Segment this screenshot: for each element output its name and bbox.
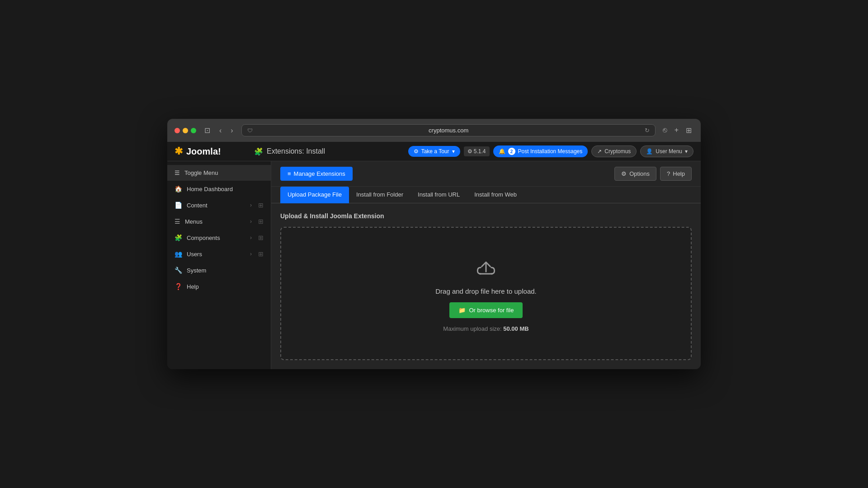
options-label: Options [629, 170, 650, 177]
sidebar-item-help[interactable]: ❓ Help [167, 278, 271, 295]
sidebar: ☰ Toggle Menu 🏠 Home Dashboard 📄 Content… [167, 161, 271, 369]
share-icon[interactable]: ⎋ [661, 124, 669, 136]
notification-count: 2 [508, 148, 515, 155]
users-grid-icon: ⊞ [258, 250, 264, 258]
topbar: ✱ Joomla! 🧩 Extensions: Install ⚙ Take a… [167, 142, 701, 161]
browse-file-button[interactable]: 📁 Or browse for file [449, 302, 523, 318]
sidebar-item-content[interactable]: 📄 Content › ⊞ [167, 197, 271, 213]
toggle-menu-icon: ☰ [175, 169, 180, 176]
url-text: cryptomus.com [256, 127, 641, 134]
max-size-value: 50.00 MB [503, 325, 528, 332]
system-icon: 🔧 [175, 267, 182, 274]
user-menu-button[interactable]: 👤 User Menu ▾ [640, 145, 693, 157]
content-expand-icon: › [250, 202, 252, 208]
install-panel: Upload & Install Joomla Extension Dr [271, 203, 701, 369]
folder-icon: 📁 [458, 307, 466, 314]
forward-button[interactable]: › [228, 126, 236, 136]
toggle-menu-label: Toggle Menu [184, 169, 218, 176]
sidebar-item-label-system: System [187, 267, 264, 274]
header-right-actions: ⚙ Options ? Help [614, 167, 692, 181]
tab-folder-label: Install from Folder [356, 191, 403, 198]
traffic-lights [175, 128, 196, 133]
sidebar-item-label-users: Users [187, 251, 245, 258]
sidebar-item-label-content: Content [187, 202, 245, 209]
sidebar-item-menus[interactable]: ☰ Menus › ⊞ [167, 213, 271, 230]
user-icon: 👤 [646, 148, 653, 155]
upload-svg [473, 255, 499, 280]
bell-icon: 🔔 [499, 148, 505, 155]
panel-title: Upload & Install Joomla Extension [280, 212, 692, 220]
menus-expand-icon: › [250, 218, 252, 225]
cryptomus-label: Cryptomus [604, 148, 631, 155]
app-container: ✱ Joomla! 🧩 Extensions: Install ⚙ Take a… [167, 142, 701, 369]
browser-actions: ⎋ + ⊞ [661, 124, 693, 136]
main-layout: ☰ Toggle Menu 🏠 Home Dashboard 📄 Content… [167, 161, 701, 369]
components-grid-icon: ⊞ [258, 234, 264, 241]
user-label: User Menu [656, 148, 682, 155]
manage-extensions-button[interactable]: ≡ Manage Extensions [280, 167, 353, 181]
tab-url-label: Install from URL [418, 191, 460, 198]
content-grid-icon: ⊞ [258, 202, 264, 209]
extensions-icon: 🧩 [254, 147, 263, 156]
gear-icon: ⚙ [621, 170, 627, 177]
address-bar[interactable]: 🛡 cryptomus.com ↻ [241, 124, 656, 136]
sidebar-toggle-icon[interactable]: ⊡ [202, 125, 213, 136]
minimize-button[interactable] [183, 128, 188, 133]
drop-zone[interactable]: Drag and drop file here to upload. 📁 Or … [280, 227, 692, 360]
cryptomus-button[interactable]: ↗ Cryptomus [591, 145, 637, 157]
browser-controls: ⊡ ‹ › [202, 125, 236, 136]
drag-drop-text: Drag and drop file here to upload. [435, 287, 536, 295]
tabs-bar: Upload Package File Install from Folder … [271, 187, 701, 203]
menus-icon: ☰ [175, 218, 180, 225]
tab-install-url[interactable]: Install from URL [410, 187, 467, 203]
browser-window: ⊡ ‹ › 🛡 cryptomus.com ↻ ⎋ + ⊞ ✱ Joomla! … [167, 119, 701, 369]
tour-label: Take a Tour [421, 148, 449, 155]
sidebar-item-label-home: Home Dashboard [187, 186, 264, 192]
back-button[interactable]: ‹ [217, 126, 224, 136]
tab-upload-package[interactable]: Upload Package File [280, 187, 349, 203]
browser-chrome: ⊡ ‹ › 🛡 cryptomus.com ↻ ⎋ + ⊞ [167, 119, 701, 142]
maximize-button[interactable] [191, 128, 196, 133]
tab-install-web[interactable]: Install from Web [467, 187, 524, 203]
list-icon: ≡ [288, 170, 291, 177]
components-expand-icon: › [250, 235, 252, 241]
sidebar-item-components[interactable]: 🧩 Components › ⊞ [167, 230, 271, 246]
reload-icon[interactable]: ↻ [645, 127, 650, 134]
options-button[interactable]: ⚙ Options [614, 167, 656, 181]
help-icon: ❓ [175, 283, 182, 290]
close-button[interactable] [175, 128, 180, 133]
joomla-icon: ✱ [175, 145, 183, 157]
topbar-actions: ⚙ Take a Tour ▾ ⚙ 5.1.4 🔔 2 Post Install… [408, 145, 693, 157]
max-size-text: Maximum upload size: 50.00 MB [443, 325, 528, 332]
take-tour-button[interactable]: ⚙ Take a Tour ▾ [408, 146, 460, 157]
new-tab-icon[interactable]: + [673, 124, 680, 136]
page-title: Extensions: Install [267, 147, 325, 155]
tour-chevron-icon: ▾ [452, 148, 455, 155]
user-chevron-icon: ▾ [685, 148, 688, 155]
content-icon: 📄 [175, 202, 182, 209]
security-icon: 🛡 [247, 127, 253, 134]
content-area: ≡ Manage Extensions ⚙ Options ? Help [271, 161, 701, 369]
question-icon: ? [667, 170, 670, 177]
help-button[interactable]: ? Help [660, 167, 692, 181]
page-title-area: 🧩 Extensions: Install [254, 147, 401, 156]
notifications-button[interactable]: 🔔 2 Post Installation Messages [493, 145, 588, 157]
manage-extensions-label: Manage Extensions [294, 170, 345, 177]
browse-label: Or browse for file [469, 307, 514, 314]
users-icon: 👥 [175, 250, 182, 258]
sidebar-item-home[interactable]: 🏠 Home Dashboard [167, 181, 271, 197]
menus-grid-icon: ⊞ [258, 218, 264, 225]
tab-web-label: Install from Web [474, 191, 517, 198]
help-label: Help [673, 170, 685, 177]
upload-icon [473, 255, 499, 280]
sidebar-item-label-menus: Menus [185, 218, 245, 225]
external-link-icon: ↗ [597, 148, 602, 155]
grid-icon[interactable]: ⊞ [684, 124, 693, 136]
toggle-menu-item[interactable]: ☰ Toggle Menu [167, 165, 271, 181]
joomla-logo: ✱ Joomla! [175, 145, 247, 157]
sidebar-item-users[interactable]: 👥 Users › ⊞ [167, 246, 271, 262]
max-size-label: Maximum upload size: [443, 325, 501, 332]
tour-icon: ⚙ [414, 148, 419, 155]
tab-install-folder[interactable]: Install from Folder [349, 187, 410, 203]
sidebar-item-system[interactable]: 🔧 System [167, 262, 271, 278]
